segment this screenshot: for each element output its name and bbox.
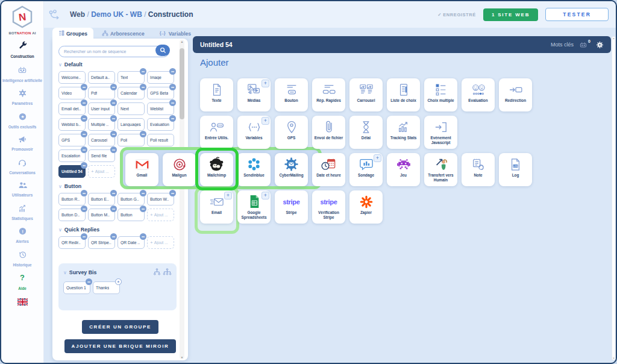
link-badge-icon[interactable]: ∞ (81, 115, 87, 122)
create-group-button[interactable]: CRÉER UN GROUPE (82, 320, 158, 334)
search-button[interactable] (155, 45, 170, 56)
link-badge-icon[interactable]: ∞ (169, 68, 176, 75)
brick-texte[interactable]: Texte (200, 78, 233, 111)
sequence-chip[interactable]: QR Stripe..∞ (88, 236, 115, 249)
brick-transfert-vers-humain[interactable]: Transfert vers Humain (424, 153, 457, 186)
brick-tracking-stats[interactable]: Tracking Stats (387, 116, 420, 149)
sequence-chip[interactable]: Untitled 54∞ (58, 165, 86, 178)
sidebar-item-help[interactable]: ?Aide (2, 273, 42, 291)
plus-badge-icon[interactable]: + (262, 80, 269, 87)
sidebar-item-wrench[interactable]: Construction (2, 40, 42, 59)
link-badge-icon[interactable]: ∞ (110, 190, 117, 196)
sequence-chip[interactable]: Button∞ (117, 209, 145, 221)
sequence-chip[interactable]: Default a.. (88, 71, 115, 84)
brick-email[interactable]: Email+ (200, 190, 233, 224)
group-header[interactable]: ∨Default (58, 61, 182, 67)
link-badge-icon[interactable]: ∞ (86, 278, 92, 285)
sidebar-item-stats[interactable]: Statistiques (2, 204, 42, 221)
sequence-chip[interactable]: GPS Beta∞ (147, 87, 174, 99)
brick-sendinblue[interactable]: Sendinblue (237, 153, 271, 186)
brick-carrousel[interactable]: Carrousel (349, 78, 383, 111)
plus-badge-icon[interactable]: + (224, 192, 232, 199)
search-input[interactable] (58, 46, 169, 57)
sequence-chip[interactable]: User input∞ (88, 102, 115, 115)
brick-jeu[interactable]: Jeu (387, 153, 420, 186)
brick-d-lai[interactable]: Délai (349, 116, 383, 149)
link-badge-icon[interactable]: ∞ (140, 233, 146, 240)
brick-log[interactable]: LOGLog (499, 153, 532, 186)
link-badge-icon[interactable]: ∞ (110, 206, 117, 212)
link-badge-icon[interactable]: ∞ (169, 190, 176, 196)
brick-gps[interactable]: GPS (275, 116, 308, 149)
left-panel-scroll-thumb[interactable] (180, 48, 184, 119)
sequence-chip[interactable]: Evaluation∞ (147, 118, 174, 131)
brick-m-dias[interactable]: Médias+ (237, 78, 271, 111)
sequence-chip[interactable]: Thanks (93, 281, 120, 294)
sequence-chip[interactable]: Poll result (147, 134, 174, 146)
sequence-chip[interactable]: Email det..∞ (58, 102, 86, 115)
brick-r-p-rapides[interactable]: Rép. Rapides (312, 78, 345, 111)
sequence-chip[interactable]: QR Redir..∞ (58, 236, 86, 249)
sequence-chip[interactable]: Button M..∞ (88, 209, 115, 221)
brick-redirection[interactable]: Redirection (499, 78, 532, 111)
sequence-chip[interactable]: GPS∞ (58, 134, 86, 146)
sequence-chip[interactable]: Carousel∞ (88, 134, 115, 146)
link-badge-icon[interactable]: ∞ (110, 99, 117, 106)
add-sequence-chip[interactable]: +Ajout ... (147, 209, 174, 221)
link-badge-icon[interactable]: ∞ (110, 146, 117, 153)
brick-mailgun[interactable]: Mailgun (163, 153, 196, 186)
sequence-chip[interactable]: Button W..∞ (147, 193, 174, 206)
sequence-chip[interactable]: Button E..∞ (88, 193, 115, 206)
sequence-settings-button[interactable] (596, 41, 604, 49)
sequence-chip[interactable]: Welcome.. (58, 71, 86, 84)
brick-date-et-heure[interactable]: Date et heure (312, 153, 345, 186)
brick-entr-e-utilis[interactable]: Entrée Utilis. (200, 116, 233, 149)
sidebar-item-robot[interactable]: Intelligence artificielle (2, 65, 42, 83)
sequence-chip[interactable]: Pdf∞ (88, 87, 115, 99)
breadcrumb-project[interactable]: Demo UK - WB (91, 10, 142, 19)
tab-groupes[interactable]: Groupes (52, 28, 93, 40)
keywords-label[interactable]: Mots clés (551, 42, 574, 48)
main-scrollbar[interactable]: ▲ ▼ (612, 36, 616, 360)
group-header[interactable]: ∨Quick Replies (58, 227, 182, 233)
brick-bouton[interactable]: Bouton (275, 78, 308, 111)
link-badge-icon[interactable]: ∞ (81, 131, 87, 137)
sequence-chip[interactable]: Button G..∞ (117, 193, 145, 206)
link-badge-icon[interactable]: ∞ (140, 206, 146, 212)
site-web-button[interactable]: 1 SITE WEB (483, 8, 538, 21)
link-badge-icon[interactable]: ∞ (81, 84, 87, 90)
plus-badge-icon[interactable]: + (262, 117, 269, 125)
sidebar-item-history[interactable]: Historique (2, 250, 42, 268)
brick-google-spreadsheets[interactable]: Google Spreadsheets+ (237, 190, 271, 224)
link-badge-icon[interactable]: ∞ (140, 190, 146, 196)
brick-cybermailing[interactable]: CyberMailing (275, 153, 308, 186)
plus-badge-icon[interactable]: + (374, 154, 381, 162)
brick-envoi-de-fichier[interactable]: Envoi de fichier (312, 116, 345, 149)
tab-arborescence[interactable]: Arborescence (96, 28, 151, 40)
sequence-chip[interactable]: Languages (117, 118, 145, 131)
link-badge-icon[interactable]: ∞ (169, 84, 176, 90)
brick-zapier[interactable]: Zapier (349, 190, 383, 224)
link-badge-icon[interactable]: ∞ (81, 162, 87, 169)
add-sequence-chip[interactable]: +Ajout ... (147, 236, 174, 249)
tester-button[interactable]: TESTER (545, 8, 609, 21)
sidebar-item-gear[interactable]: Paramètres (2, 89, 42, 106)
brick-stripe[interactable]: stripeStripe (275, 190, 308, 224)
breadcrumb-root[interactable]: Web (70, 10, 85, 19)
sequence-chip[interactable]: Calendar∞ (117, 87, 145, 99)
sequence-chip[interactable]: Send file∞ (88, 149, 115, 162)
sequence-chip[interactable]: Weblist∞ (147, 102, 174, 115)
brick-choix-multiple[interactable]: Choix multiple (424, 78, 457, 111)
sequence-chip[interactable]: Button D..∞ (58, 209, 86, 221)
sequence-chip[interactable]: Poll∞ (117, 134, 145, 146)
target-badge-icon[interactable] (115, 278, 122, 285)
sidebar-item-headset[interactable]: Conversations (2, 158, 42, 175)
sequence-chip[interactable]: Question 1∞ (63, 281, 90, 294)
link-badge-icon[interactable]: ∞ (140, 131, 146, 137)
link-badge-icon[interactable]: ∞ (81, 190, 87, 196)
sequence-chip[interactable]: Video∞ (58, 87, 86, 99)
sidebar-item-star-badge[interactable]: ★Outils exclusifs (2, 112, 42, 130)
link-badge-icon[interactable]: ∞ (110, 115, 117, 122)
sequence-chip[interactable]: Button R..∞ (58, 193, 86, 206)
link-badge-icon[interactable]: ∞ (110, 84, 117, 90)
